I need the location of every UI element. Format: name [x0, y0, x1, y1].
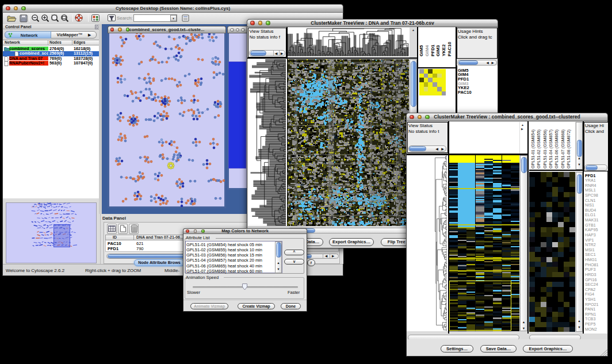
- svg-text:GIM5: GIM5: [419, 45, 424, 56]
- svg-text:GPL51-03 (GSM856): GPL51-03 (GSM856): [542, 129, 548, 168]
- svg-text:GPL51-07 (GSM868): GPL51-07 (GSM868): [560, 129, 565, 168]
- svg-text:GPL51-06 (GSM865): GPL51-06 (GSM865): [554, 129, 559, 168]
- svg-text:GPL51-01 (GSM854): GPL51-01 (GSM854): [530, 129, 536, 168]
- svg-text:GIM3: GIM3: [435, 45, 441, 56]
- svg-text:GPL51-02 (GSM855): GPL51-02 (GSM855): [536, 129, 541, 168]
- svg-text:YKE2: YKE2: [441, 44, 446, 56]
- svg-text:GPL51-04 (GSM857): GPL51-04 (GSM857): [548, 129, 553, 168]
- svg-text:GPL51-08 (GSM872): GPL51-08 (GSM872): [566, 129, 571, 168]
- svg-text:GIM4: GIM4: [424, 45, 430, 56]
- svg-text:PAC10: PAC10: [447, 41, 452, 56]
- svg-text:PFD1: PFD1: [430, 44, 435, 56]
